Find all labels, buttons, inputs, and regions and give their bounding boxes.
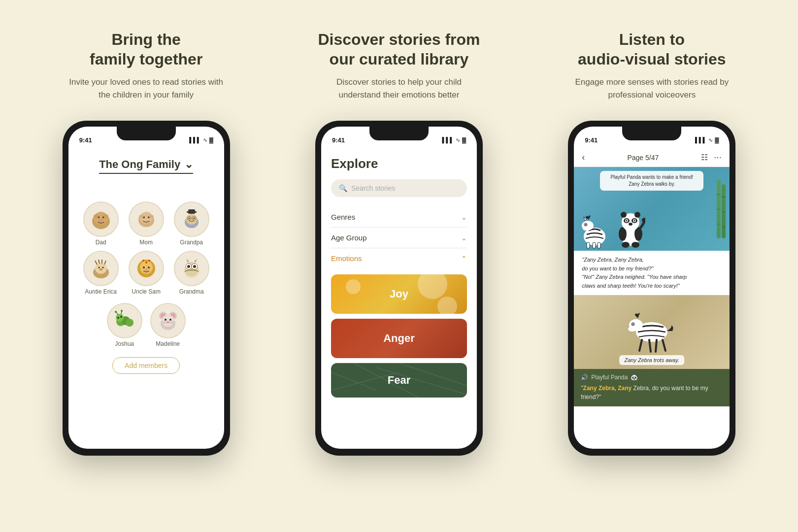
- phone-3-screen: 9:41 ▌▌▌ ∿ ▓ ‹ Page 5/47 ☷ ⋯: [574, 127, 730, 449]
- p1-header: The Ong Family ⌄: [80, 158, 212, 188]
- more-options-icon[interactable]: ⋯: [714, 153, 722, 162]
- avatar-uncle[interactable]: Uncle Sam: [126, 251, 167, 295]
- auntie-icon: [87, 255, 115, 282]
- audio-highlight: Zany Zebra, Zany: [583, 385, 632, 392]
- svg-point-38: [144, 269, 148, 271]
- emotion-anger-card[interactable]: Anger: [331, 319, 467, 358]
- status-time-2: 9:41: [332, 136, 345, 144]
- explore-title: Explore: [331, 156, 467, 171]
- avatar-grandma[interactable]: Grandma: [171, 251, 212, 295]
- zebra-illustration: [579, 212, 611, 249]
- svg-point-46: [193, 265, 196, 268]
- avatar-joshua[interactable]: Joshua: [107, 303, 142, 347]
- avatar-grandma-circle: [174, 251, 209, 286]
- add-members-section: Add members: [80, 357, 212, 374]
- svg-point-50: [126, 319, 133, 327]
- status-icons-1: ▌▌▌ ∿ ▓: [189, 137, 213, 143]
- avatar-dad[interactable]: Dad: [80, 201, 122, 246]
- battery-icon-3: ▓: [715, 137, 719, 143]
- phone-2-notch: [369, 127, 429, 140]
- family-name[interactable]: The Ong Family ⌄: [99, 158, 193, 174]
- svg-point-57: [120, 316, 122, 318]
- svg-point-56: [117, 317, 119, 319]
- wifi-icon: ∿: [203, 137, 207, 143]
- phone-3-notch: [622, 127, 681, 140]
- page-info: Page 5/47: [627, 154, 659, 162]
- grandma-icon: [178, 255, 205, 282]
- emotions-section: Joy Anger: [331, 268, 467, 398]
- filter-genres[interactable]: Genres ⌄: [331, 207, 467, 228]
- p1-content: The Ong Family ⌄: [68, 148, 224, 384]
- audio-title: Playful Panda: [591, 374, 628, 381]
- p2-content: Explore 🔍 Search stories Genres ⌄ Age Gr…: [321, 148, 477, 410]
- age-group-label: Age Group: [331, 233, 367, 242]
- avatar-mom[interactable]: Mom: [126, 201, 167, 246]
- grandpa-icon: [178, 205, 205, 233]
- svg-point-4: [99, 219, 103, 222]
- signal-icon: ▌▌▌: [189, 137, 200, 143]
- avatar-madeline[interactable]: Madeline: [150, 303, 186, 347]
- chevron-down-icon: ⌄: [184, 158, 193, 171]
- scene2-text: Zany Zebra trots away.: [619, 355, 684, 365]
- story-panel-bottom: Zany Zebra trots away.: [574, 295, 730, 369]
- emotion-joy-card[interactable]: Joy: [331, 274, 467, 314]
- svg-point-34: [148, 260, 150, 262]
- audio-bar: 🔊 Playful Panda 🐼 "Zany Zebra, Zany Zebr…: [574, 369, 730, 406]
- fear-label: Fear: [388, 374, 410, 387]
- avatar-grid: Dad: [80, 201, 212, 295]
- svg-point-63: [162, 315, 174, 327]
- phone-2-screen: 9:41 ▌▌▌ ∿ ▓ Explore 🔍 Search stories Ge…: [321, 127, 477, 449]
- svg-line-71: [331, 372, 376, 390]
- svg-point-16: [186, 214, 197, 225]
- story-panel-top: Playful Panda wants to make a friend! Za…: [574, 167, 730, 251]
- search-bar[interactable]: 🔍 Search stories: [331, 179, 467, 197]
- search-placeholder: Search stories: [351, 184, 395, 192]
- avatar-joshua-circle: [107, 303, 142, 338]
- back-button[interactable]: ‹: [582, 152, 585, 163]
- svg-line-108: [656, 340, 657, 352]
- filter-age-group[interactable]: Age Group ⌄: [331, 228, 467, 248]
- p3-content: ‹ Page 5/47 ☷ ⋯ Playful Panda wants to m…: [574, 148, 730, 406]
- svg-point-99: [622, 242, 630, 248]
- filter-emotions[interactable]: Emotions ⌃: [331, 248, 467, 268]
- svg-line-24: [95, 261, 97, 265]
- add-members-button[interactable]: Add members: [112, 357, 180, 374]
- reading-mode-icon[interactable]: ☷: [701, 153, 708, 162]
- svg-point-80: [585, 224, 587, 226]
- svg-point-103: [628, 327, 636, 332]
- panda-illustration: [616, 209, 645, 249]
- avatar-auntie[interactable]: Auntie Erica: [80, 251, 122, 295]
- joshua-label: Joshua: [115, 340, 134, 347]
- svg-marker-41: [186, 259, 189, 263]
- phone-1: 9:41 ▌▌▌ ∿ ▓ The Ong Family ⌄: [63, 121, 230, 456]
- svg-point-98: [642, 218, 645, 223]
- svg-point-33: [142, 260, 144, 262]
- svg-rect-83: [593, 242, 596, 248]
- svg-point-51: [116, 314, 124, 322]
- avatar-grandpa[interactable]: Grandpa: [171, 201, 212, 246]
- auntie-label: Auntie Erica: [85, 288, 117, 295]
- joy-label: Joy: [390, 288, 408, 300]
- svg-point-45: [187, 265, 190, 268]
- phone-1-screen: 9:41 ▌▌▌ ∿ ▓ The Ong Family ⌄: [68, 127, 224, 449]
- wifi-icon-3: ∿: [708, 137, 713, 143]
- col3-title: Listen to audio-visual stories: [578, 30, 726, 69]
- svg-rect-82: [587, 242, 590, 248]
- avatar-dad-circle: [83, 201, 119, 237]
- col3-subtitle: Engage more senses with stories read by …: [568, 76, 735, 101]
- svg-line-106: [639, 340, 642, 351]
- svg-line-25: [99, 260, 100, 264]
- mom-label: Mom: [139, 239, 153, 246]
- svg-point-37: [148, 266, 150, 268]
- nav-icons: ☷ ⋯: [701, 153, 722, 162]
- svg-point-96: [634, 212, 640, 218]
- audio-bar-header: 🔊 Playful Panda 🐼: [581, 374, 723, 381]
- svg-point-11: [139, 215, 144, 218]
- age-group-chevron: ⌄: [461, 234, 467, 242]
- joy-shape-2: [437, 297, 457, 314]
- svg-line-109: [663, 340, 665, 351]
- mom-icon: [133, 205, 160, 233]
- emotion-fear-card[interactable]: Fear: [331, 363, 467, 398]
- battery-icon-2: ▓: [462, 137, 466, 143]
- dad-label: Dad: [96, 239, 106, 246]
